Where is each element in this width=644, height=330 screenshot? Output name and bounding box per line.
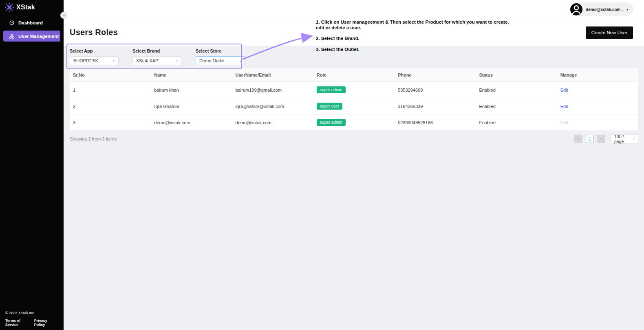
- instruction-step-1: 1. Click on User manageement & Then sele…: [316, 20, 511, 31]
- select-brand-dropdown[interactable]: XStak XAP ∨: [132, 56, 181, 65]
- cell-phone: 5353294669: [395, 82, 476, 98]
- filter-select-brand: Select Brand XStak XAP ∨: [132, 48, 181, 65]
- cell-srno: 1: [70, 82, 151, 98]
- col-header-manage: Manage: [557, 68, 638, 81]
- select-store-value: Demo Outlet: [199, 58, 225, 63]
- table-row: 3 demo@xstak.com . demo@xstak.com super …: [70, 114, 638, 131]
- sidebar-item-user-management[interactable]: User Management: [3, 31, 60, 42]
- user-management-icon: [9, 33, 15, 39]
- cell-status: Enabled: [476, 114, 557, 130]
- sidebar-item-label: User Management: [18, 34, 59, 39]
- filter-select-app: Select App SHOPDESK ∨: [70, 48, 119, 65]
- logo-trademark-tick: ’: [35, 2, 36, 6]
- cell-email: demo@xstak.com: [232, 114, 313, 130]
- cell-name: Iqra Ghafoor: [151, 98, 232, 114]
- page-title: Users Roles: [70, 28, 118, 37]
- cell-name: bairum khan: [151, 82, 232, 98]
- cell-srno: 3: [70, 114, 151, 130]
- filter-select-store: Select Store Demo Outlet ∨: [196, 48, 245, 65]
- cell-email: bairum199@gmail.com: [232, 82, 313, 98]
- cell-status: Enabled: [476, 82, 557, 98]
- select-brand-value: XStak XAP: [136, 58, 158, 63]
- cell-status: Enabled: [476, 98, 557, 114]
- select-store-label: Select Store: [196, 48, 245, 53]
- cell-name: demo@xstak.com .: [151, 114, 232, 130]
- edit-user-link[interactable]: Edit: [560, 88, 568, 92]
- chevron-down-icon: ▼: [626, 8, 629, 11]
- terms-of-service-link[interactable]: Terms of Service: [5, 319, 34, 327]
- page-size-value: 100 / page: [614, 134, 632, 144]
- cell-email: iqra.ghafoor@xstak.com: [232, 98, 313, 114]
- sidebar-footer: © 2023 XStak Inc. Terms of Service Priva…: [0, 307, 64, 330]
- copyright-text: © 2023 XStak Inc.: [5, 311, 59, 315]
- role-badge: super admin: [317, 119, 346, 126]
- chevron-down-icon: ∨: [175, 59, 178, 63]
- edit-user-link[interactable]: Edit: [560, 104, 568, 109]
- edit-user-link-disabled: Edit: [560, 120, 568, 125]
- col-header-name: Name: [151, 68, 232, 81]
- avatar: [570, 3, 582, 15]
- table-row: 1 bairum khan bairum199@gmail.com super …: [70, 82, 638, 98]
- next-page-button[interactable]: ›: [597, 135, 605, 143]
- logo-text: XStak: [16, 4, 35, 11]
- sidebar-item-label: Dashboard: [18, 20, 43, 25]
- page-number-button[interactable]: 1: [586, 135, 594, 143]
- col-header-status: Status: [476, 68, 557, 81]
- role-badge: super user: [317, 103, 342, 110]
- table-header-row: Sr.No Name UserName/Email Role Phone Sta…: [70, 68, 638, 82]
- xstak-logo-icon: [5, 3, 14, 12]
- chevron-down-icon: ∨: [112, 59, 115, 63]
- cell-srno: 2: [70, 98, 151, 114]
- dashboard-icon: [9, 20, 15, 26]
- col-header-phone: Phone: [395, 68, 476, 81]
- table-row: 2 Iqra Ghafoor iqra.ghafoor@xstak.com su…: [70, 98, 638, 114]
- select-store-dropdown[interactable]: Demo Outlet ∨: [196, 56, 245, 65]
- select-app-dropdown[interactable]: SHOPDESK ∨: [70, 56, 119, 65]
- main-area: demo@xstak.com . ▼ Users Roles Create Ne…: [64, 0, 644, 330]
- chevron-down-icon: ∨: [632, 137, 635, 141]
- role-badge: super admin: [317, 86, 346, 93]
- instructions: 1. Click on User manageement & Then sele…: [316, 20, 511, 57]
- sidebar-collapse-toggle[interactable]: ‹›: [60, 12, 67, 19]
- account-email: demo@xstak.com .: [586, 7, 623, 12]
- prev-page-button[interactable]: ‹: [574, 135, 582, 143]
- content-area: 1. Click on User manageement & Then sele…: [64, 46, 644, 330]
- cell-phone: 02399048528168: [395, 114, 476, 130]
- select-app-value: SHOPDESK: [73, 58, 98, 63]
- collapse-icon: ‹›: [63, 14, 65, 17]
- users-table: Sr.No Name UserName/Email Role Phone Sta…: [70, 68, 638, 131]
- select-app-label: Select App: [70, 48, 119, 53]
- table-footer: Showing 3 from 3 items ‹ 1 › 100 / page …: [70, 134, 638, 143]
- col-header-email: UserName/Email: [232, 68, 313, 81]
- instruction-step-2: 2. Select the Brand.: [316, 36, 511, 42]
- results-summary: Showing 3 from 3 items: [70, 136, 117, 141]
- cell-phone: 3164265339: [395, 98, 476, 114]
- col-header-role: Role: [313, 68, 395, 81]
- sidebar-item-dashboard[interactable]: Dashboard: [0, 18, 64, 28]
- xstak-logo: XStak’: [0, 0, 64, 12]
- select-brand-label: Select Brand: [132, 48, 181, 53]
- chevron-right-icon: ›: [600, 136, 602, 141]
- instruction-step-3: 3. Select the Outlet.: [316, 47, 511, 53]
- pagination: ‹ 1 › 100 / page ∨: [574, 134, 638, 143]
- sidebar-nav: Dashboard User Management: [0, 18, 64, 42]
- page-size-select[interactable]: 100 / page ∨: [611, 134, 638, 143]
- sidebar: XStak’ Dashboard User Management © 2023 …: [0, 0, 64, 330]
- privacy-policy-link[interactable]: Privacy Policy: [34, 319, 59, 327]
- create-new-user-button[interactable]: Create New User: [586, 26, 633, 39]
- col-header-srno: Sr.No: [70, 68, 151, 81]
- chevron-left-icon: ‹: [578, 136, 579, 141]
- filter-bar: Select App SHOPDESK ∨ Select Brand XStak…: [70, 48, 245, 65]
- account-menu[interactable]: demo@xstak.com . ▼: [569, 2, 633, 16]
- topbar: demo@xstak.com . ▼: [64, 0, 644, 19]
- chevron-down-icon: ∨: [239, 59, 242, 63]
